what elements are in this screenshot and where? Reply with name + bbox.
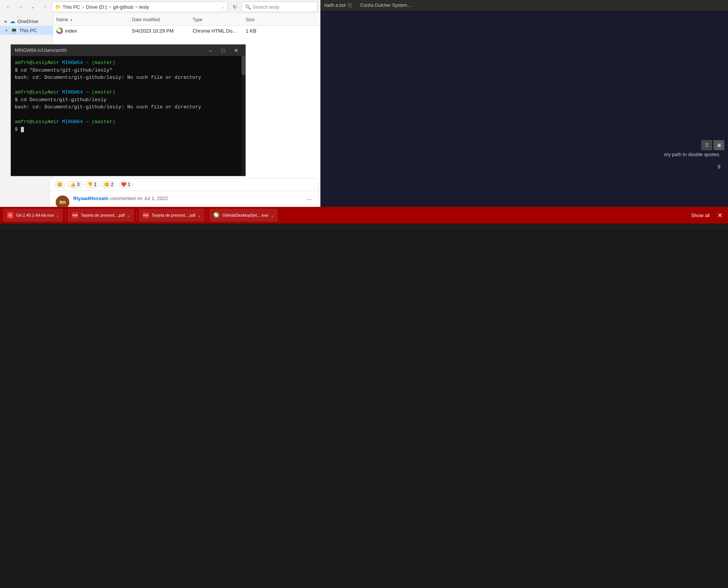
git-exe-icon: G	[7, 212, 14, 219]
pc-icon: 💻	[11, 27, 17, 33]
show-all-button[interactable]: Show all	[688, 211, 713, 220]
terminal-line-1: amfrh@LeslyAmir MINGW64 ~ (master)	[15, 59, 242, 67]
reactions-bar: 😊 👍 3 👎 1 😕 2 ❤️ 1	[50, 178, 318, 191]
thispc-label: This PC	[19, 28, 37, 33]
comment-meta: RiyaadHossain commented on Jul 1, 2022	[73, 195, 168, 201]
terminal-error-1: bash: cd: Documents/git-github/lesly: No…	[15, 74, 242, 81]
thumbsup-icon: 👍	[70, 182, 76, 187]
chrome-file-icon	[56, 27, 63, 34]
terminal-window: MINGW64:/c/Users/amfrh – □ ✕ amfrh@Lesly…	[11, 44, 246, 176]
confused-icon: 😕	[104, 182, 110, 187]
terminal-branch-1: (master)	[92, 60, 115, 66]
terminal-cmd-1: $ cd "Documents/git-github/lesly"	[15, 67, 242, 74]
comment-author[interactable]: RiyaadHossain	[73, 195, 108, 201]
heart-reaction-button[interactable]: ❤️ 1	[118, 181, 133, 188]
terminal-error-text-2: bash: cd: Documents/git-github/lesly: No…	[15, 104, 201, 110]
emoji-icon: 😊	[57, 182, 63, 187]
list-view-button[interactable]: ☰	[701, 140, 712, 150]
terminal-command-1: cd "Documents/git-github/lesly"	[21, 67, 113, 73]
thumbsdown-icon: 👎	[87, 182, 93, 187]
nav-forward-button[interactable]: →	[15, 2, 26, 12]
terminal-dollar-1: $	[15, 67, 21, 73]
thumbsup-count: 3	[77, 182, 80, 187]
terminal-line-2: amfrh@LeslyAmir MINGW64 ~ (master)	[15, 89, 242, 96]
terminal-dollar-2: $	[15, 97, 21, 103]
file-explorer-toolbar: ← → ⌄ ↑ 📁 This PC > Drive (D:) > git-git…	[0, 0, 320, 14]
file-size-cell: 1 KB	[243, 28, 273, 34]
comment-options-button[interactable]: ···	[306, 195, 312, 203]
col-header-date[interactable]: Date modified	[129, 17, 190, 22]
terminal-mingw-2: MINGW64	[62, 89, 86, 95]
nav-recent-button[interactable]: ⌄	[27, 2, 38, 12]
taskbar-item-git-arrow: ⌄	[56, 213, 59, 217]
col-name-label: Name	[56, 17, 68, 22]
taskbar-close-button[interactable]: ✕	[714, 210, 725, 220]
terminal-user-3: amfrh@LeslyAmir	[15, 119, 59, 125]
file-type: Chrome HTML Do...	[193, 28, 237, 34]
terminal-close-button[interactable]: ✕	[231, 47, 242, 54]
taskbar-item-github-arrow: ⌄	[271, 213, 274, 217]
terminal-body[interactable]: amfrh@LeslyAmir MINGW64 ~ (master) $ cd …	[11, 56, 245, 176]
address-part-4: lesly	[139, 4, 149, 10]
terminal-controls: – □ ✕	[205, 47, 242, 54]
address-separator-3: >	[135, 4, 138, 10]
terminal-mingw-1: MINGW64	[62, 60, 86, 66]
col-header-size[interactable]: Size	[243, 17, 273, 22]
taskbar-item-git[interactable]: G Git-2.40.1-64-bit.exe ⌄	[3, 209, 63, 222]
nav-back-button[interactable]: ←	[3, 2, 14, 12]
heart-count: 1	[128, 182, 130, 187]
thumbsdown-reaction-button[interactable]: 👎 1	[85, 181, 99, 188]
taskbar-item-pdf1[interactable]: PDF Tarjeta de present....pdf ⌄	[68, 209, 134, 222]
terminal-dir-2: ~	[86, 89, 89, 95]
grid-view-button[interactable]: ▣	[714, 140, 724, 150]
terminal-minimize-button[interactable]: –	[205, 47, 216, 54]
confused-count: 2	[111, 182, 113, 187]
search-icon: 🔍	[245, 4, 251, 10]
right-panel-hint-text: ory path in double quotes.	[664, 152, 720, 157]
terminal-titlebar: MINGW64:/c/Users/amfrh – □ ✕	[11, 45, 245, 56]
thispc-arrow-icon: ▼	[5, 28, 8, 33]
terminal-user-2: amfrh@LeslyAmir	[15, 89, 59, 95]
taskbar-item-pdf2-label: Tarjeta de present....pdf	[152, 213, 196, 217]
terminal-mingw-3: MINGW64	[62, 119, 86, 125]
nav-up-button[interactable]: ↑	[39, 2, 50, 12]
taskbar-item-pdf2-arrow: ⌄	[198, 213, 201, 217]
col-header-type[interactable]: Type	[190, 17, 243, 22]
taskbar-item-pdf2[interactable]: PDF Tarjeta de present....pdf ⌄	[139, 209, 205, 222]
right-panel-top-bar: riadh.a.bot ⚫ Cunha Dutcher System...	[320, 0, 728, 11]
terminal-cmd-2: $ cd Documents/git-github/lesly	[15, 96, 242, 104]
confused-reaction-button[interactable]: 😕 2	[101, 181, 116, 188]
pdf-icon-2: PDF	[143, 212, 149, 218]
terminal-dollar-3: $	[15, 127, 21, 132]
table-row[interactable]: index 5/4/2023 10:29 PM Chrome HTML Do..…	[53, 26, 320, 36]
address-part-3: git-github	[113, 4, 133, 10]
file-date: 5/4/2023 10:29 PM	[132, 28, 174, 34]
file-type-cell: Chrome HTML Do...	[190, 28, 243, 34]
column-header-row: Name ▲ Date modified Type Size	[53, 14, 320, 26]
terminal-error-2: bash: cd: Documents/git-github/lesly: No…	[15, 103, 242, 111]
sidebar-item-onedrive[interactable]: ▶ ☁ OneDrive	[0, 17, 53, 26]
taskbar-item-github-desktop[interactable]: GitHubDesktopSet....exe ⌄	[209, 209, 277, 222]
search-placeholder: Search lesly	[253, 4, 279, 10]
file-size: 1 KB	[246, 28, 256, 34]
onedrive-label: OneDrive	[17, 19, 38, 24]
terminal-scrollbar-track	[242, 56, 245, 176]
address-bar[interactable]: 📁 This PC > Drive (D:) > git-github > le…	[52, 2, 228, 12]
pdf1-icon: PDF	[72, 212, 78, 219]
git-icon: G	[7, 212, 13, 218]
terminal-command-2: cd Documents/git-github/lesly	[21, 97, 107, 103]
right-panel: riadh.a.bot ⚫ Cunha Dutcher System... ☰ …	[320, 0, 728, 220]
thumbsup-reaction-button[interactable]: 👍 3	[67, 181, 82, 188]
search-bar[interactable]: 🔍 Search lesly	[242, 2, 317, 12]
pdf2-icon: PDF	[143, 212, 149, 219]
col-header-name[interactable]: Name ▲	[53, 17, 129, 22]
taskbar-divider-1	[65, 210, 66, 220]
terminal-dir-3: ~	[86, 119, 89, 125]
address-part-1: This PC	[63, 4, 80, 10]
refresh-button[interactable]: ↻	[229, 2, 240, 12]
sidebar-item-thispc[interactable]: ▼ 💻 This PC	[0, 26, 53, 35]
heart-icon: ❤️	[121, 182, 127, 187]
address-separator-1: >	[82, 4, 85, 10]
emoji-reaction-button[interactable]: 😊	[54, 181, 65, 188]
terminal-maximize-button[interactable]: □	[218, 47, 229, 54]
